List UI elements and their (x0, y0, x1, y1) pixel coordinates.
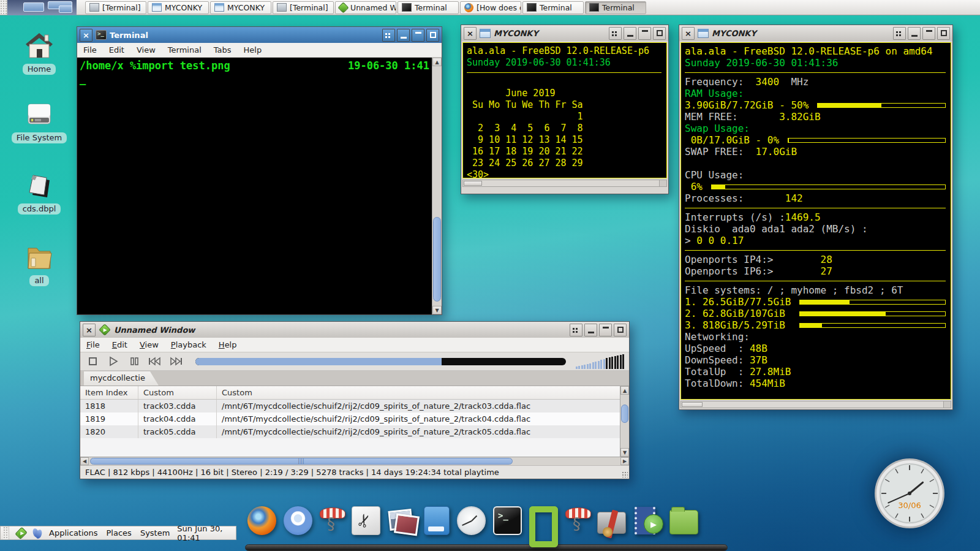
menu-item[interactable]: View (140, 340, 159, 349)
close-button[interactable]: × (464, 27, 477, 40)
taskbar-button[interactable]: MYCONKY (148, 1, 209, 14)
desktop-icon-home[interactable]: Home (10, 31, 69, 75)
photos-icon[interactable] (388, 506, 417, 535)
menu-item[interactable]: Terminal (168, 45, 202, 55)
playlist-row[interactable]: 1818 track03.cdda /mnt/6T/mycdcollectie/… (80, 400, 629, 412)
minimize-button[interactable] (624, 27, 636, 40)
shade-button[interactable] (412, 29, 424, 42)
scroll-thumb[interactable] (621, 405, 628, 423)
scroll-down-button[interactable]: ▼ (620, 448, 629, 457)
shade-button[interactable] (922, 27, 935, 40)
window-menu-button[interactable] (893, 27, 906, 40)
close-button[interactable]: × (80, 29, 92, 42)
playlist-tab[interactable]: mycdcollectie (84, 371, 159, 386)
window-menu-button[interactable] (570, 324, 582, 336)
scroll-down-button[interactable]: ▼ (432, 306, 442, 314)
panel-clock[interactable]: Sun Jun 30, 01:41 (177, 524, 233, 542)
menu-item[interactable]: Help (219, 340, 237, 349)
scroll-up-button[interactable]: ▲ (620, 386, 629, 395)
conky-small-hscrollbar[interactable] (462, 180, 667, 187)
playlist-hscrollbar[interactable]: ◀ ||| ▶ (80, 457, 629, 465)
workspace-pager[interactable] (7, 0, 77, 15)
maximize-button[interactable] (937, 27, 950, 40)
taskbar-button[interactable]: [Terminal] (85, 1, 146, 14)
scroll-up-button[interactable]: ▲ (432, 58, 442, 66)
folder-app-icon[interactable] (669, 510, 698, 534)
feet-icon[interactable] (33, 528, 42, 539)
minimize-button[interactable] (397, 29, 410, 42)
window-menu-button[interactable] (609, 27, 622, 40)
scroll-right-button[interactable]: ▶ (620, 457, 629, 465)
menu-item[interactable]: Help (244, 45, 262, 55)
close-button[interactable]: × (682, 27, 695, 40)
menu-item[interactable]: File (83, 45, 97, 55)
conky-small-titlebar[interactable]: × MYCONKY (461, 25, 668, 41)
terminal-titlebar[interactable]: × >_ Terminal (77, 27, 442, 43)
maximize-button[interactable] (614, 324, 627, 336)
minimize-button[interactable] (908, 27, 921, 40)
desktop-icon-all[interactable]: all (10, 242, 69, 286)
taskbar-button[interactable]: Terminal (585, 1, 646, 14)
conky-big-titlebar[interactable]: × MYCONKY (679, 25, 952, 41)
places-menu[interactable]: Places (105, 528, 133, 538)
next-button[interactable] (168, 354, 183, 369)
taskbar-button[interactable]: [Terminal] (273, 1, 334, 14)
volume-bars[interactable] (576, 354, 625, 369)
window-app-icon[interactable] (424, 506, 450, 535)
scroll-left-button[interactable]: ◀ (80, 457, 89, 465)
deadbeef-tray-icon[interactable] (15, 526, 28, 539)
maximize-button[interactable] (426, 29, 439, 42)
resize-grip[interactable] (622, 471, 628, 477)
scroll-thumb[interactable] (433, 217, 441, 302)
panel-handle[interactable] (0, 0, 7, 15)
clock-app-icon[interactable] (457, 506, 486, 535)
previous-button[interactable] (148, 354, 162, 369)
taskbar-button[interactable]: Unnamed Window (335, 1, 396, 14)
package-icon[interactable] (597, 512, 626, 534)
scroll-thumb[interactable] (464, 181, 482, 186)
panel-handle[interactable] (3, 526, 9, 539)
green-brackets-icon[interactable] (529, 506, 558, 535)
shade-button[interactable] (599, 324, 612, 336)
scissors-tool-icon[interactable] (352, 506, 380, 535)
stop-button[interactable] (85, 354, 100, 369)
pause-button[interactable] (127, 354, 141, 369)
media-player-icon[interactable] (633, 506, 662, 535)
playlist-row[interactable]: 1819 track04.cdda /mnt/6T/mycdcollectie/… (80, 412, 629, 425)
shade-button[interactable] (638, 27, 651, 40)
desktop-icon-filesystem[interactable]: File System (10, 99, 69, 143)
menu-item[interactable]: View (137, 45, 156, 55)
menu-item[interactable]: Playback (171, 340, 206, 349)
playlist-row[interactable]: 1820 track05.cdda /mnt/6T/mycdcollectie/… (80, 425, 629, 438)
scroll-thumb[interactable] (682, 402, 703, 407)
taskbar-button[interactable]: MYCONKY (210, 1, 271, 14)
player-titlebar[interactable]: × Unnamed Window (80, 322, 629, 338)
column-header-item-index[interactable]: Item Index (80, 386, 138, 399)
taskbar-button[interactable]: Terminal (522, 1, 584, 14)
chromium-icon[interactable] (284, 506, 312, 535)
system-menu[interactable]: System (139, 528, 171, 538)
terminal-app-icon[interactable] (493, 506, 522, 535)
minimize-button[interactable] (584, 324, 597, 336)
close-button[interactable]: × (83, 324, 96, 336)
menu-item[interactable]: Edit (112, 340, 127, 349)
menu-item[interactable]: Tabs (214, 45, 232, 55)
maximize-button[interactable] (653, 27, 666, 40)
firefox-icon[interactable] (247, 506, 276, 535)
menu-item[interactable]: Edit (109, 45, 124, 55)
desktop-icon-cds-dbpl[interactable]: cds.dbpl (10, 170, 69, 215)
window-menu-button[interactable] (382, 29, 395, 42)
scroll-thumb[interactable]: ||| (90, 458, 513, 465)
terminal-scrollbar[interactable]: ▲ ▼ (432, 58, 442, 314)
terminal-screen[interactable]: /home/x %import test.png19-06-30 1:41 _ (77, 58, 432, 314)
jack-in-the-box2-icon[interactable] (565, 506, 590, 535)
taskbar-button[interactable]: Terminal (398, 1, 459, 14)
playlist-vscrollbar[interactable]: ▲ ▼ (620, 386, 629, 457)
menu-item[interactable]: File (86, 340, 100, 349)
play-button[interactable] (106, 354, 121, 369)
column-header-custom1[interactable]: Custom (138, 386, 217, 399)
applications-menu[interactable]: Applications (48, 528, 99, 538)
conky-big-hscrollbar[interactable] (680, 401, 951, 408)
seekbar[interactable] (195, 358, 566, 365)
jack-in-the-box-icon[interactable] (320, 506, 344, 535)
